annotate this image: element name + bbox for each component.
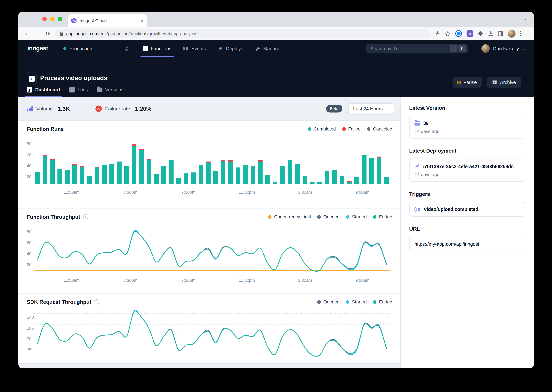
tab-search-chevron-icon[interactable]: ⌄ — [523, 15, 528, 21]
legend-dot — [373, 300, 377, 304]
legend-item: Failed — [342, 126, 361, 132]
volume-value: 1.3K — [58, 105, 70, 112]
legend-item: Started — [346, 214, 367, 219]
inngest-logo[interactable]: inngest — [27, 45, 48, 52]
legend-label: Started — [352, 299, 367, 305]
dashboard-icon — [27, 87, 32, 92]
pause-button[interactable]: Pause — [452, 77, 482, 88]
bookmark-star-icon[interactable] — [445, 31, 451, 36]
nav-item-functions[interactable]: ‹› Functions — [137, 40, 177, 57]
nav-item-manage[interactable]: Manage — [249, 40, 286, 57]
browser-tab-strip: Inngest Cloud × + ⌄ — [18, 12, 534, 27]
legend-label: Completed — [314, 126, 336, 132]
nav-item-events[interactable]: Events — [177, 40, 212, 57]
legend-label: Started — [352, 214, 367, 219]
wrench-icon — [255, 46, 261, 51]
latest-version-value: 39 — [423, 120, 429, 126]
window-controls — [42, 17, 62, 21]
svg-text:3:30am: 3:30am — [298, 190, 312, 195]
triggers-heading: Triggers — [409, 191, 525, 197]
search-input[interactable]: Search by ID... ⌘ K — [366, 44, 468, 53]
legend-dot — [317, 300, 321, 304]
onepassword-extension-icon[interactable] — [456, 30, 462, 37]
archive-button[interactable]: Archive — [487, 77, 521, 88]
zoom-window-button[interactable] — [58, 17, 62, 21]
lock-icon — [60, 31, 63, 36]
legend-item: Canceled — [367, 126, 392, 132]
cmd-key-badge: ⌘ — [450, 45, 457, 52]
event-trigger-icon — [414, 207, 421, 212]
new-tab-button[interactable]: + — [152, 14, 162, 24]
nav-item-deploys[interactable]: Deploys — [212, 40, 249, 57]
sidebar-panel-icon[interactable] — [498, 31, 503, 36]
address-bar[interactable]: app.inngest.com/env/production/functions… — [55, 29, 431, 38]
search-placeholder: Search by ID... — [370, 46, 448, 51]
legend-item: Ended — [373, 214, 392, 219]
svg-text:11:30pm: 11:30pm — [239, 190, 255, 195]
main-column: Volume 1.3K ✕ Failure rate 1.20% Beta La… — [18, 97, 400, 368]
function-runs-chart: 2040608011:30am3:30pm7:30pm11:30pm3:30am… — [27, 135, 392, 195]
svg-text:40: 40 — [27, 251, 31, 256]
archive-label: Archive — [500, 80, 516, 85]
reload-icon[interactable]: ⟳ — [46, 30, 51, 37]
latest-version-card[interactable]: 39 14 days ago — [409, 116, 525, 139]
minimize-window-button[interactable] — [50, 17, 55, 21]
legend-label: Ended — [379, 214, 392, 219]
stats-bar: Volume 1.3K ✕ Failure rate 1.20% Beta La… — [18, 97, 400, 120]
legend-label: Failed — [348, 126, 361, 132]
tab-logs[interactable]: ›_ Logs — [69, 87, 88, 97]
svg-text:11:30am: 11:30am — [63, 190, 80, 195]
downloads-icon[interactable] — [488, 31, 494, 36]
function-runs-title: Function Runs — [27, 126, 64, 132]
stage: Inngest Cloud × + ⌄ ← → ⟳ app.inngest.co… — [0, 0, 552, 392]
svg-text:60: 60 — [27, 153, 31, 157]
page-tabs: Dashboard ›_ Logs Versions — [27, 87, 123, 97]
info-icon[interactable]: i — [83, 214, 88, 219]
legend-label: Concurrency Limit — [274, 214, 311, 219]
browser-tab[interactable]: Inngest Cloud × — [68, 14, 147, 27]
volume-stat: Volume 1.3K — [27, 105, 70, 112]
environment-selector[interactable]: Production — [58, 40, 137, 57]
failure-x-icon: ✕ — [95, 105, 102, 112]
url-heading: URL — [409, 226, 525, 232]
svg-text:60: 60 — [27, 240, 31, 245]
tab-close-icon[interactable]: × — [141, 18, 144, 23]
legend-dot — [367, 127, 370, 131]
beta-badge: Beta — [326, 105, 342, 112]
legend-dot — [346, 300, 349, 304]
tab-label: Logs — [78, 87, 88, 92]
legend-label: Ended — [379, 299, 392, 305]
legend-dot — [342, 127, 346, 131]
time-range-dropdown[interactable]: Last 24 Hours ⌄ — [348, 103, 394, 114]
user-avatar — [481, 44, 490, 53]
browser-profile-avatar[interactable] — [508, 30, 516, 37]
legend-item: Concurrency Limit — [268, 214, 311, 219]
page-header: ‹› Process video uploads Pause Archive D… — [18, 57, 534, 97]
env-selector-chevrons-icon — [125, 46, 128, 51]
content-area: Volume 1.3K ✕ Failure rate 1.20% Beta La… — [18, 97, 534, 368]
share-icon[interactable] — [435, 31, 440, 36]
close-window-button[interactable] — [42, 17, 47, 21]
purple-extension-icon[interactable]: ◉ — [467, 30, 473, 37]
tab-versions[interactable]: Versions — [97, 87, 123, 97]
extensions-puzzle-icon[interactable] — [478, 31, 484, 36]
latest-deployment-card[interactable]: 5141387e-35c2-4efe-a421-4843b86258dc 14 … — [409, 159, 525, 182]
browser-menu-kebab-icon[interactable] — [520, 31, 522, 36]
url-value: https://my-app.com/api/inngest — [414, 242, 479, 247]
tab-dashboard[interactable]: Dashboard — [27, 87, 60, 97]
functions-icon: ‹› — [143, 46, 148, 51]
trigger-card[interactable]: video/upload.completed — [409, 202, 525, 217]
url-card[interactable]: https://my-app.com/api/inngest — [409, 237, 525, 251]
user-menu[interactable]: Dan Farrelly ⌄ — [474, 40, 534, 57]
pause-icon — [457, 80, 460, 84]
back-icon[interactable]: ← — [25, 30, 30, 37]
browser-window: Inngest Cloud × + ⌄ ← → ⟳ app.inngest.co… — [18, 12, 534, 368]
latest-deployment-heading: Latest Deployment — [409, 148, 525, 154]
pause-label: Pause — [463, 80, 477, 85]
forward-icon[interactable]: → — [35, 30, 41, 37]
nav-item-label: Events — [191, 46, 206, 51]
stats-right: Beta Last 24 Hours ⌄ — [326, 103, 394, 114]
volume-bars-icon — [27, 106, 33, 111]
info-icon[interactable]: i — [94, 299, 100, 305]
legend-dot — [268, 215, 272, 218]
